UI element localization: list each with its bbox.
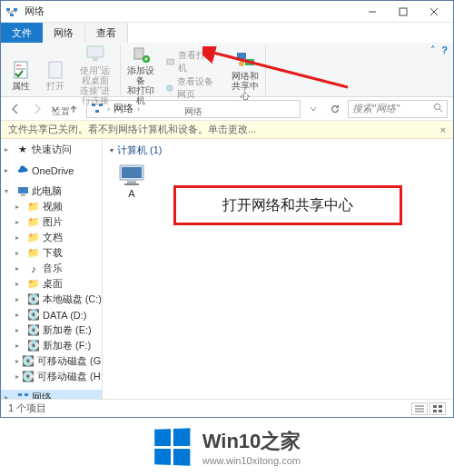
nav-documents[interactable]: ▸📁文档 bbox=[1, 230, 102, 245]
nav-disk-f[interactable]: ▸💽新加卷 (F:) bbox=[1, 338, 102, 353]
search-icon bbox=[433, 103, 443, 114]
svg-rect-34 bbox=[124, 183, 139, 185]
nav-quick-access[interactable]: ▸★快速访问 bbox=[1, 142, 102, 157]
nav-disk-g[interactable]: ▸💽可移动磁盘 (G:) bbox=[1, 353, 102, 369]
svg-line-25 bbox=[439, 109, 442, 112]
tab-file[interactable]: 文件 bbox=[1, 23, 43, 43]
ribbon-add-devices[interactable]: 添加设备 和打印机 bbox=[126, 45, 156, 105]
music-icon: ♪ bbox=[27, 263, 40, 275]
status-bar: 1 个项目 bbox=[1, 399, 453, 417]
titlebar: 网络 bbox=[1, 1, 453, 23]
refresh-button[interactable] bbox=[326, 100, 344, 118]
ribbon-view-device-page[interactable]: 查看设备网页 bbox=[165, 75, 221, 101]
svg-rect-40 bbox=[433, 410, 437, 412]
folder-icon: 📁 bbox=[27, 201, 40, 213]
nav-downloads[interactable]: ▸📁下载 bbox=[1, 245, 102, 261]
nav-videos[interactable]: ▸📁视频 bbox=[1, 199, 102, 214]
drive-icon: 💽 bbox=[27, 324, 40, 337]
minimize-button[interactable] bbox=[357, 2, 388, 22]
star-icon: ★ bbox=[16, 144, 29, 156]
windows-logo-icon bbox=[154, 428, 190, 466]
chevron-down-icon: ▾ bbox=[110, 146, 114, 154]
close-button[interactable] bbox=[419, 2, 449, 22]
help-icon[interactable]: ? bbox=[441, 45, 448, 56]
svg-rect-4 bbox=[400, 8, 407, 15]
app-icon bbox=[5, 5, 19, 19]
svg-point-16 bbox=[166, 85, 172, 91]
svg-point-19 bbox=[239, 61, 244, 66]
nav-disk-d[interactable]: ▸💽DATA (D:) bbox=[1, 307, 102, 322]
svg-rect-39 bbox=[439, 405, 442, 408]
computer-icon bbox=[116, 163, 147, 188]
svg-rect-10 bbox=[93, 58, 98, 61]
folder-icon: 📁 bbox=[27, 216, 40, 229]
nav-network[interactable]: ▸网络 bbox=[1, 390, 102, 399]
search-input[interactable]: 搜索"网络" bbox=[348, 100, 448, 118]
ribbon-group-network-label: 网络 bbox=[126, 105, 260, 118]
maximize-button[interactable] bbox=[388, 2, 419, 22]
nav-pictures[interactable]: ▸📁图片 bbox=[1, 214, 102, 230]
watermark-url: www.win10xitong.com bbox=[202, 455, 301, 466]
ribbon: ˄ ? 属性 打开 使用"远程桌面连接"进行连接 位置 bbox=[1, 43, 453, 97]
watermark: Win10之家 www.win10xitong.com bbox=[0, 418, 454, 476]
ribbon-group-location-label: 位置 bbox=[6, 105, 114, 118]
folder-icon: 📁 bbox=[27, 247, 40, 260]
nav-forward-button[interactable] bbox=[28, 100, 46, 118]
monitor-icon bbox=[16, 185, 29, 198]
nav-onedrive[interactable]: ▸OneDrive bbox=[1, 163, 102, 178]
drive-icon: 💽 bbox=[27, 293, 40, 306]
view-large-icons-button[interactable] bbox=[429, 402, 446, 415]
folder-icon: 📁 bbox=[27, 278, 40, 291]
refresh-dropdown[interactable] bbox=[304, 100, 322, 118]
info-bar[interactable]: 文件共享已关闭。看不到网络计算机和设备。单击更改... × bbox=[1, 121, 453, 139]
navigation-pane: ▸★快速访问 ▸OneDrive ▾此电脑 ▸📁视频 ▸📁图片 ▸📁文档 ▸📁下… bbox=[1, 140, 103, 399]
network-icon bbox=[16, 392, 29, 400]
content-pane: ▾ 计算机 (1) A 打开网络和共享中心 bbox=[103, 140, 453, 399]
svg-rect-2 bbox=[10, 14, 14, 16]
nav-disk-c[interactable]: ▸💽本地磁盘 (C:) bbox=[1, 292, 102, 307]
nav-music[interactable]: ▸♪音乐 bbox=[1, 261, 102, 276]
svg-rect-28 bbox=[18, 393, 22, 396]
info-bar-text: 文件共享已关闭。看不到网络计算机和设备。单击更改... bbox=[8, 123, 256, 136]
computer-item[interactable]: A bbox=[110, 163, 153, 199]
status-text: 1 个项目 bbox=[8, 402, 46, 415]
svg-rect-8 bbox=[49, 62, 62, 78]
ribbon-open[interactable]: 打开 bbox=[41, 60, 70, 91]
nav-disk-h[interactable]: ▸💽可移动磁盘 (H:) bbox=[1, 369, 102, 384]
svg-rect-15 bbox=[167, 59, 174, 64]
svg-rect-11 bbox=[134, 48, 143, 59]
view-details-button[interactable] bbox=[411, 402, 428, 415]
ribbon-help[interactable]: ˄ ? bbox=[430, 45, 448, 56]
nav-disk-e[interactable]: ▸💽新加卷 (E:) bbox=[1, 322, 102, 338]
svg-rect-0 bbox=[6, 8, 10, 11]
drive-icon: 💽 bbox=[22, 371, 35, 383]
ribbon-remote-desktop[interactable]: 使用"远程桌面连接"进行连接 bbox=[75, 45, 114, 105]
tab-network[interactable]: 网络 bbox=[43, 23, 85, 43]
group-header-computers[interactable]: ▾ 计算机 (1) bbox=[110, 144, 446, 157]
ribbon-view-printers[interactable]: 查看打印机 bbox=[165, 49, 221, 74]
folder-icon: 📁 bbox=[27, 232, 40, 244]
ribbon-properties[interactable]: 属性 bbox=[6, 60, 35, 91]
window-title: 网络 bbox=[25, 5, 44, 18]
nav-this-pc[interactable]: ▾此电脑 bbox=[1, 183, 102, 199]
svg-rect-17 bbox=[237, 53, 246, 59]
tab-view[interactable]: 查看 bbox=[85, 23, 128, 43]
svg-rect-41 bbox=[439, 410, 442, 412]
svg-rect-18 bbox=[245, 59, 254, 65]
ribbon-network-sharing-center[interactable]: 网络和共享中心 bbox=[230, 50, 260, 101]
nav-desktop[interactable]: ▸📁桌面 bbox=[1, 276, 102, 292]
watermark-title: Win10之家 bbox=[202, 428, 301, 455]
svg-point-24 bbox=[434, 104, 439, 109]
svg-rect-38 bbox=[433, 405, 437, 408]
svg-rect-27 bbox=[21, 194, 25, 196]
ribbon-tabs: 文件 网络 查看 bbox=[1, 23, 453, 43]
svg-rect-33 bbox=[127, 181, 136, 183]
cloud-icon bbox=[16, 164, 29, 177]
info-bar-close[interactable]: × bbox=[440, 124, 446, 135]
drive-icon: 💽 bbox=[27, 309, 40, 322]
chevron-up-icon: ˄ bbox=[430, 45, 436, 56]
drive-icon: 💽 bbox=[22, 355, 35, 368]
svg-rect-29 bbox=[25, 393, 28, 396]
annotation-callout: 打开网络和共享中心 bbox=[173, 185, 402, 225]
svg-rect-9 bbox=[87, 46, 104, 57]
